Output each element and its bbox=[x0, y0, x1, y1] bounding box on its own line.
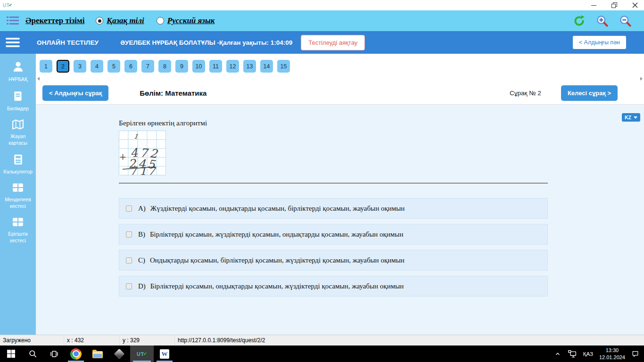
clock-date: 12.01.2024 bbox=[599, 354, 625, 361]
folder-icon bbox=[92, 351, 103, 358]
answer-option-c[interactable]: C) Ондықтарды қосамын, бірліктерді қосам… bbox=[119, 250, 548, 271]
taskbar-file-explorer-button[interactable] bbox=[87, 346, 108, 362]
actions-list-label[interactable]: Әрекеттер тізімі bbox=[25, 16, 84, 25]
scroll-right-icon[interactable] bbox=[640, 77, 643, 81]
question-tab[interactable]: 1 bbox=[40, 60, 52, 73]
question-number-label: Сұрақ № 2 bbox=[510, 90, 541, 97]
windows-logo-icon bbox=[7, 350, 15, 358]
word-icon: W bbox=[160, 349, 169, 359]
book-icon bbox=[12, 90, 24, 102]
sidebar-item-solubility-table[interactable]: Ерігіштік кестесі bbox=[0, 216, 36, 244]
sidebar-item-label: Бөлімдер bbox=[6, 106, 30, 112]
question-tab[interactable]: 12 bbox=[226, 60, 239, 73]
sidebar-item-sections[interactable]: Бөлімдер bbox=[0, 90, 36, 112]
taskbar-search-button[interactable] bbox=[22, 346, 43, 362]
question-prompt: Берілген өрнектің алгоритмі bbox=[119, 119, 644, 127]
status-url: http://127.0.0.1:8099/test/quest/2/2 bbox=[175, 335, 644, 346]
question-tab[interactable]: 15 bbox=[277, 60, 290, 73]
radio-kazakh[interactable]: Қазақ тілі bbox=[96, 16, 144, 25]
action-center-icon[interactable] bbox=[631, 350, 639, 358]
taskbar-chrome-button[interactable] bbox=[65, 346, 87, 362]
checkbox-icon[interactable] bbox=[126, 231, 132, 238]
previous-question-button[interactable]: < Алдыңғы сұрақ bbox=[42, 85, 108, 101]
previous-subject-button[interactable]: < Алдыңғы пән bbox=[573, 36, 626, 49]
zoom-out-icon[interactable] bbox=[619, 15, 632, 27]
question-tab[interactable]: 8 bbox=[158, 60, 171, 73]
answer-option-a[interactable]: A) Жүздіктерді қосамын, ондықтарды қосам… bbox=[119, 198, 548, 219]
language-dropdown-value: KZ bbox=[625, 115, 631, 120]
taskbar-uto-app-button[interactable]: UT ✔ bbox=[130, 346, 154, 362]
question-tab-active[interactable]: 2 bbox=[57, 60, 69, 73]
radio-russian[interactable]: Русский язык bbox=[157, 16, 215, 25]
system-tray: ҚАЗ 13:30 12.01.2024 bbox=[554, 346, 644, 362]
sidebar-item-label: Калькулятор bbox=[2, 169, 33, 175]
sidebar-item-calculator[interactable]: Калькулятор bbox=[0, 154, 36, 175]
network-icon[interactable] bbox=[568, 350, 577, 358]
question-tab[interactable]: 6 bbox=[124, 60, 137, 73]
sidebar-item-label: Менделеев кестесі bbox=[0, 197, 36, 209]
next-question-button[interactable]: Келесі сұрақ > bbox=[561, 85, 618, 101]
answer-option-b[interactable]: B) Бірліктерді қосамын, жүздіктерді қоса… bbox=[119, 224, 548, 245]
question-tab[interactable]: 3 bbox=[74, 60, 86, 73]
search-icon bbox=[28, 349, 37, 358]
hamburger-menu-icon[interactable] bbox=[6, 38, 20, 47]
chevron-down-icon bbox=[634, 116, 637, 119]
checkbox-icon[interactable] bbox=[126, 257, 132, 263]
sidebar-item-label: НҰРБАҚ bbox=[8, 76, 28, 83]
tabs-horizontal-scrollbar[interactable] bbox=[36, 75, 644, 82]
sidebar-item-mendeleev-table[interactable]: Менделеев кестесі bbox=[0, 182, 36, 209]
chrome-icon bbox=[70, 348, 82, 360]
refresh-icon[interactable] bbox=[573, 15, 586, 27]
section-title: Бөлім: Математика bbox=[140, 89, 206, 97]
language-dropdown[interactable]: KZ bbox=[622, 113, 640, 122]
zoom-in-icon[interactable] bbox=[596, 15, 609, 27]
scroll-left-icon[interactable] bbox=[37, 77, 40, 81]
restore-icon bbox=[611, 2, 617, 8]
sidebar-item-answer-map[interactable]: Жауап картасы bbox=[0, 119, 36, 146]
finish-test-button[interactable]: Тестілеуді аяқтау bbox=[301, 35, 365, 50]
question-area: KZ Берілген өрнектің алгоритмі 1 + 4 7 bbox=[36, 105, 644, 335]
tray-chevron-up-icon[interactable] bbox=[554, 351, 561, 357]
status-x-coordinate: x : 432 bbox=[64, 335, 120, 346]
clock-time: 13:30 bbox=[606, 347, 619, 354]
checkbox-icon[interactable] bbox=[126, 283, 132, 289]
radio-kazakh-label: Қазақ тілі bbox=[107, 16, 144, 25]
worksheet-image: 1 + 4 7 2 2 4 5 7 1 7 bbox=[119, 131, 166, 175]
task-view-button[interactable] bbox=[43, 346, 65, 362]
check-icon: ✔ bbox=[143, 351, 147, 356]
close-button[interactable] bbox=[632, 2, 638, 8]
question-tab[interactable]: 9 bbox=[175, 60, 188, 73]
question-tab[interactable]: 4 bbox=[91, 60, 103, 73]
calculator-icon bbox=[12, 154, 24, 165]
checkbox-icon[interactable] bbox=[126, 206, 132, 212]
sidebar-item-user[interactable]: НҰРБАҚ bbox=[0, 60, 36, 83]
question-tab[interactable]: 14 bbox=[260, 60, 273, 73]
question-tab[interactable]: 10 bbox=[192, 60, 205, 73]
radio-selected-icon bbox=[96, 17, 103, 25]
question-tab[interactable]: 11 bbox=[209, 60, 222, 73]
content-panel: 1 2 3 4 5 6 7 8 9 10 11 12 13 14 15 bbox=[36, 54, 644, 335]
radio-unselected-icon bbox=[157, 17, 164, 25]
keyboard-language-indicator[interactable]: ҚАЗ bbox=[583, 351, 593, 357]
option-text: Бірліктерді қосамын, жүздіктерді қосамын… bbox=[150, 230, 403, 239]
restore-button[interactable] bbox=[611, 2, 618, 8]
start-button[interactable] bbox=[0, 346, 22, 362]
option-letter: B) bbox=[138, 230, 145, 239]
worksheet-operator: + bbox=[119, 152, 126, 162]
taskbar-word-button[interactable]: W bbox=[154, 346, 175, 362]
taskbar-inkscape-button[interactable] bbox=[108, 346, 130, 362]
minimize-button[interactable] bbox=[590, 2, 597, 8]
question-tab[interactable]: 7 bbox=[141, 60, 154, 73]
answer-options: A) Жүздіктерді қосамын, ондықтарды қосам… bbox=[119, 198, 548, 296]
actions-list-icon[interactable] bbox=[7, 16, 19, 25]
app-header: ОНЛАЙН ТЕСТІЛЕУ ӘУЕЛБЕК НҰРБАҚ БОЛАТҰЛЫ … bbox=[0, 31, 644, 54]
question-tab[interactable]: 13 bbox=[243, 60, 256, 73]
check-icon: ✔ bbox=[8, 3, 12, 8]
worksheet-digit: 1 bbox=[140, 165, 147, 175]
app-title: ОНЛАЙН ТЕСТІЛЕУ bbox=[37, 39, 99, 46]
answer-option-d[interactable]: D) Бірліктерді қосамын, ондықтарды қосам… bbox=[119, 276, 548, 296]
taskbar-clock[interactable]: 13:30 12.01.2024 bbox=[599, 347, 625, 361]
question-tab[interactable]: 5 bbox=[107, 60, 120, 73]
question-number-tabs: 1 2 3 4 5 6 7 8 9 10 11 12 13 14 15 bbox=[36, 54, 644, 75]
option-text: Ондықтарды қосамын, бірліктерді қосамын,… bbox=[150, 256, 405, 264]
